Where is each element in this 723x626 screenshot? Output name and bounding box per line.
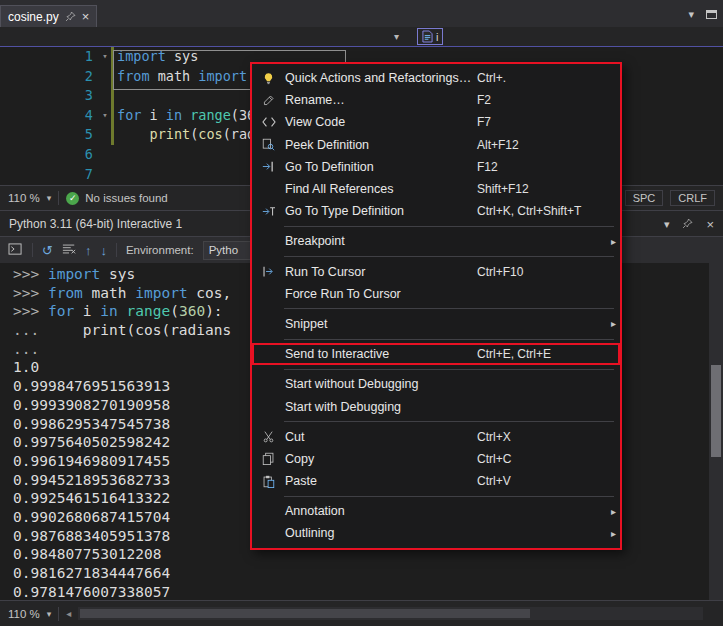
document-health-indicator[interactable]: ✓ No issues found xyxy=(66,192,167,205)
menu-item-shortcut: Ctrl+. xyxy=(477,71,605,85)
menu-item-outlining[interactable]: Outlining▸ xyxy=(252,522,620,544)
symbol-dropdown[interactable]: i xyxy=(417,28,443,45)
menu-item-quick-actions-and-refactorings[interactable]: Quick Actions and Refactorings…Ctrl+. xyxy=(252,67,620,89)
code-text xyxy=(114,86,117,106)
window-menu-chevron-icon[interactable]: ▾ xyxy=(664,218,670,231)
menu-item-start-with-debugging[interactable]: Start with Debugging xyxy=(252,395,620,417)
menu-item-label: Snippet xyxy=(280,317,477,331)
code-text: from math import xyxy=(114,67,247,87)
space-indicator[interactable]: SPC xyxy=(625,190,664,206)
fold-margin xyxy=(99,165,111,185)
menu-item-cut[interactable]: CutCtrl+X xyxy=(252,426,620,448)
scrollbar-thumb[interactable] xyxy=(711,365,721,457)
scroll-left-icon[interactable]: ◂ xyxy=(66,608,71,619)
paste-icon xyxy=(257,475,280,488)
lightbulb-icon xyxy=(257,72,280,85)
fold-chevron-icon[interactable]: ▾ xyxy=(99,47,111,67)
menu-item-find-all-references[interactable]: Find All ReferencesShift+F12 xyxy=(252,178,620,200)
menu-separator xyxy=(284,496,614,497)
zoom-level[interactable]: 110 % xyxy=(8,608,40,620)
code-token: i xyxy=(141,107,165,123)
menu-item-rename[interactable]: Rename…F2 xyxy=(252,89,620,111)
menu-item-label: Go To Type Definition xyxy=(280,204,477,218)
zoom-chevron-icon[interactable]: ▾ xyxy=(47,609,52,619)
menu-item-label: Paste xyxy=(280,474,477,488)
rename-icon xyxy=(257,94,280,107)
code-token: 0.9993908270190958 xyxy=(13,397,170,413)
code-token: cos xyxy=(198,126,222,142)
menu-item-label: Run To Cursor xyxy=(280,265,477,279)
menu-item-label: Find All References xyxy=(280,182,477,196)
submenu-arrow-icon: ▸ xyxy=(605,318,616,329)
menu-item-annotation[interactable]: Annotation▸ xyxy=(252,500,620,522)
code-token: 0.9961946980917455 xyxy=(13,453,170,469)
view-code-icon xyxy=(257,116,280,128)
tab-bar-controls: ▾ xyxy=(688,8,717,21)
line-ending-indicator[interactable]: CRLF xyxy=(670,190,715,206)
context-menu: Quick Actions and Refactorings…Ctrl+.Ren… xyxy=(250,62,622,550)
menu-item-force-run-to-cursor[interactable]: Force Run To Cursor xyxy=(252,283,620,305)
code-token: import xyxy=(135,285,187,301)
line-number: 5 xyxy=(0,125,99,145)
menu-item-label: Rename… xyxy=(280,93,477,107)
fold-chevron-icon[interactable]: ▾ xyxy=(99,106,111,126)
submenu-arrow-icon: ▸ xyxy=(605,528,616,539)
tab-cosine-py[interactable]: cosine.py × xyxy=(0,5,97,27)
menu-item-view-code[interactable]: View CodeF7 xyxy=(252,111,620,133)
zoom-level[interactable]: 110 % xyxy=(8,192,40,204)
menu-item-label: Breakpoint xyxy=(280,234,477,248)
code-token: sys xyxy=(100,266,135,282)
code-token: cos, xyxy=(188,285,232,301)
menu-item-breakpoint[interactable]: Breakpoint▸ xyxy=(252,230,620,252)
reset-icon[interactable]: ↺ xyxy=(42,244,53,257)
menu-item-paste[interactable]: PasteCtrl+V xyxy=(252,470,620,492)
horizontal-scrollbar[interactable] xyxy=(78,607,703,620)
close-icon[interactable]: × xyxy=(82,10,90,23)
code-token xyxy=(182,107,190,123)
scrollbar-thumb[interactable] xyxy=(80,609,530,618)
code-token: sys xyxy=(166,48,199,64)
menu-item-run-to-cursor[interactable]: Run To CursorCtrl+F10 xyxy=(252,261,620,283)
menu-item-label: Go To Definition xyxy=(280,160,477,174)
menu-item-send-to-interactive[interactable]: Send to InteractiveCtrl+E, Ctrl+E xyxy=(252,343,620,365)
menu-item-copy[interactable]: CopyCtrl+C xyxy=(252,448,620,470)
code-token xyxy=(117,126,150,142)
check-icon: ✓ xyxy=(66,192,79,205)
window-layout-icon[interactable] xyxy=(706,10,717,19)
nav-chevron-icon[interactable]: ▾ xyxy=(394,31,399,42)
history-previous-icon[interactable]: ↑ xyxy=(85,244,92,257)
clear-screen-icon[interactable] xyxy=(62,243,76,257)
menu-item-go-to-type-definition[interactable]: Go To Type DefinitionCtrl+K, Ctrl+Shift+… xyxy=(252,200,620,222)
pin-icon[interactable] xyxy=(682,218,693,231)
code-token: 0.9876883405951378 xyxy=(13,528,170,544)
menu-item-start-without-debugging[interactable]: Start without Debugging xyxy=(252,373,620,395)
menu-item-label: Force Run To Cursor xyxy=(280,287,477,301)
code-token: for xyxy=(48,303,74,319)
document-list-chevron-icon[interactable]: ▾ xyxy=(688,8,694,21)
issues-text: No issues found xyxy=(85,192,167,204)
code-text: import sys xyxy=(114,47,198,67)
code-token: import xyxy=(117,48,166,64)
environment-value: Pytho xyxy=(209,244,238,256)
line-number: 4 xyxy=(0,106,99,126)
pin-icon[interactable] xyxy=(65,8,76,26)
history-next-icon[interactable]: ↓ xyxy=(100,244,107,257)
repl-line: 0.9816271834447664 xyxy=(13,564,709,583)
repl-line: 0.9781476007338057 xyxy=(13,583,709,600)
interactive-window-icon[interactable] xyxy=(8,243,23,258)
code-text: for i in range(36 xyxy=(114,106,255,126)
code-token: >>> xyxy=(13,266,48,282)
menu-item-shortcut: F12 xyxy=(477,160,605,174)
document-tab-bar: cosine.py × ▾ xyxy=(0,0,723,27)
code-token: 0.9986295347545738 xyxy=(13,416,170,432)
menu-separator xyxy=(284,256,614,257)
menu-item-shortcut: Ctrl+F10 xyxy=(477,265,605,279)
menu-item-peek-definition[interactable]: Peek DefinitionAlt+F12 xyxy=(252,134,620,156)
close-icon[interactable]: × xyxy=(706,217,714,232)
vertical-scrollbar[interactable] xyxy=(709,237,723,600)
menu-item-go-to-definition[interactable]: Go To DefinitionF12 xyxy=(252,156,620,178)
zoom-chevron-icon[interactable]: ▾ xyxy=(47,193,52,203)
code-token: 360 xyxy=(179,303,205,319)
menu-item-snippet[interactable]: Snippet▸ xyxy=(252,313,620,335)
code-token: ): xyxy=(205,303,222,319)
